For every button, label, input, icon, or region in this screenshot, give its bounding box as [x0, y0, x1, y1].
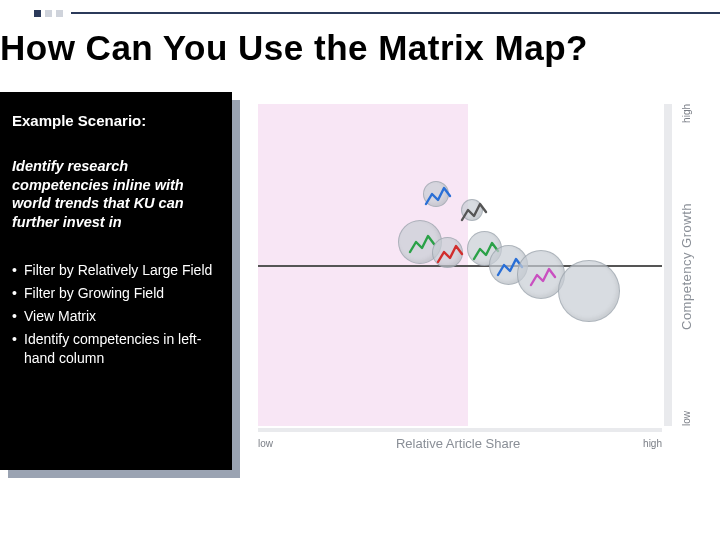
decorative-rule [71, 12, 720, 14]
chart-plot-area [258, 104, 662, 426]
y-tick-low: low [681, 411, 692, 426]
x-tick-high: high [643, 438, 662, 449]
list-item: Identify competencies in left-hand colum… [12, 330, 218, 368]
square-icon [56, 10, 63, 17]
decorative-squares [34, 10, 63, 17]
scenario-steps: Filter by Relatively Large Field Filter … [12, 261, 218, 367]
scenario-description: Identify research competencies inline wi… [12, 157, 218, 231]
sparkline-icon [424, 180, 454, 210]
y-axis: high Competency Growth low [666, 104, 706, 426]
list-item: Filter by Relatively Large Field [12, 261, 218, 280]
y-tick-high: high [681, 104, 692, 123]
content: Example Scenario: Identify research comp… [0, 92, 720, 510]
x-axis-label: Relative Article Share [396, 436, 520, 451]
sparkline-icon [529, 261, 559, 291]
sparkline-icon [436, 238, 466, 268]
square-icon [34, 10, 41, 17]
sparkline-icon [460, 196, 490, 226]
slide: How Can You Use the Matrix Map? Example … [0, 0, 720, 540]
decorative-top-bar [0, 6, 720, 20]
list-item: View Matrix [12, 307, 218, 326]
chart-bubble [558, 260, 620, 322]
scenario-label: Example Scenario: [12, 112, 218, 129]
matrix-chart: low Relative Article Share high high Com… [238, 92, 714, 460]
y-axis-label: Competency Growth [679, 203, 694, 330]
page-title: How Can You Use the Matrix Map? [0, 28, 588, 68]
x-tick-low: low [258, 438, 273, 449]
square-icon [45, 10, 52, 17]
list-item: Filter by Growing Field [12, 284, 218, 303]
scenario-panel: Example Scenario: Identify research comp… [0, 92, 232, 470]
x-axis: low Relative Article Share high [258, 432, 662, 454]
